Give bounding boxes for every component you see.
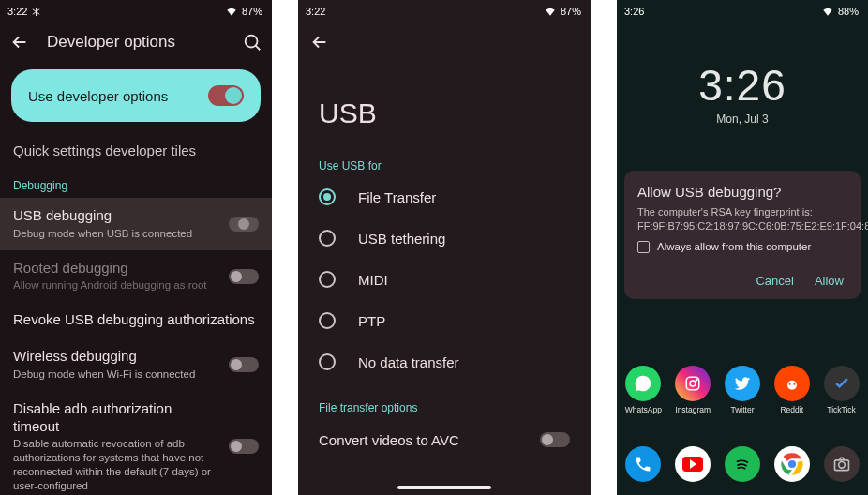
usb-option-file-transfer[interactable]: File Transfer	[319, 176, 570, 218]
page-title: Developer options	[47, 33, 225, 52]
app-whatsapp[interactable]: WhatsApp	[620, 366, 666, 414]
convert-videos-avc-item[interactable]: Convert videos to AVC	[319, 418, 570, 461]
app-twitter[interactable]: Twitter	[719, 366, 766, 414]
chip-label: Use developer options	[28, 88, 168, 104]
gesture-nav-bar[interactable]	[397, 486, 491, 489]
app-ticktick[interactable]: TickTick	[818, 366, 865, 414]
screen-lockscreen-dialog: 3:26 88% 3:26 Mon, Jul 3 Allow USB debug…	[617, 0, 868, 495]
usb-debugging-subtitle: Debug mode when USB is connected	[13, 227, 219, 241]
svg-point-11	[838, 462, 845, 469]
home-app-row-2	[617, 446, 868, 482]
snowflake-icon	[31, 7, 41, 17]
svg-point-2	[690, 381, 696, 386]
status-bar: 3:22 87%	[298, 0, 591, 22]
rooted-debugging-switch	[229, 269, 259, 284]
status-time: 3:22	[306, 6, 325, 17]
status-bar: 3:22 87%	[0, 0, 272, 22]
radio-icon	[319, 353, 336, 370]
app-reddit[interactable]: Reddit	[769, 366, 816, 414]
wireless-debugging-subtitle: Debug mode when Wi-Fi is connected	[13, 368, 219, 382]
status-time: 3:26	[624, 6, 644, 17]
radio-icon	[319, 271, 336, 288]
svg-point-0	[246, 36, 258, 48]
cancel-button[interactable]: Cancel	[756, 274, 793, 288]
app-youtube[interactable]	[669, 446, 716, 482]
status-time: 3:22	[7, 6, 27, 17]
radio-icon	[319, 312, 336, 329]
home-app-row-1: WhatsApp Instagram Twitter Reddit TickTi…	[617, 366, 868, 414]
dialog-message: The computer's RSA key fingerprint is: F…	[637, 205, 847, 233]
svg-point-6	[793, 383, 795, 385]
clock-time: 3:26	[617, 60, 868, 111]
status-battery: 87%	[242, 6, 262, 17]
file-transfer-options-label: File transfer options	[319, 382, 570, 418]
svg-point-4	[787, 381, 797, 390]
disable-adb-subtitle: Disable automatic revocation of adb auth…	[13, 437, 219, 493]
rooted-debugging-item: Rooted debugging Allow running Android d…	[0, 250, 272, 303]
clock-date: Mon, Jul 3	[617, 112, 868, 126]
page-title: USB	[298, 62, 591, 146]
screen-developer-options: 3:22 87% Developer options Use developer…	[0, 0, 272, 495]
screen-usb-preferences: 3:22 87% USB Use USB for File Transfer U…	[298, 0, 591, 495]
disable-adb-timeout-item[interactable]: Disable adb authorization timeout Disabl…	[0, 391, 272, 495]
usb-debugging-item[interactable]: USB debugging Debug mode when USB is con…	[0, 198, 272, 250]
usb-debugging-switch[interactable]	[229, 217, 259, 232]
revoke-authorizations-item[interactable]: Revoke USB debugging authorizations	[0, 302, 272, 338]
app-spotify[interactable]	[719, 446, 766, 482]
always-allow-checkbox-row[interactable]: Always allow from this computer	[637, 241, 847, 253]
app-phone[interactable]	[620, 446, 666, 482]
youtube-play-icon	[682, 457, 703, 472]
quick-settings-tiles-item[interactable]: Quick settings developer tiles	[0, 135, 272, 168]
rooted-debugging-title: Rooted debugging	[13, 260, 219, 278]
usb-option-ptp[interactable]: PTP	[319, 300, 570, 341]
app-instagram[interactable]: Instagram	[669, 366, 716, 414]
radio-icon	[319, 188, 336, 205]
back-icon[interactable]	[309, 32, 330, 52]
developer-options-toggle[interactable]	[208, 85, 244, 106]
app-bar	[298, 22, 591, 62]
rooted-debugging-subtitle: Allow running Android debugging as root	[13, 278, 219, 292]
debugging-section-label: Debugging	[0, 168, 272, 198]
wifi-icon	[225, 5, 238, 18]
checkbox-icon[interactable]	[637, 241, 650, 253]
app-camera[interactable]	[818, 446, 865, 482]
app-bar: Developer options	[0, 22, 272, 62]
wireless-debugging-title: Wireless debugging	[13, 348, 219, 366]
use-developer-options-chip[interactable]: Use developer options	[11, 69, 261, 122]
search-icon[interactable]	[242, 32, 262, 52]
app-chrome[interactable]	[769, 446, 816, 482]
wifi-icon	[821, 5, 834, 18]
disable-adb-title: Disable adb authorization timeout	[13, 400, 219, 436]
disable-adb-switch[interactable]	[229, 439, 259, 454]
usb-debugging-dialog: Allow USB debugging? The computer's RSA …	[624, 171, 861, 299]
usb-debugging-title: USB debugging	[13, 207, 219, 225]
allow-button[interactable]: Allow	[815, 274, 844, 288]
svg-point-5	[788, 383, 790, 385]
status-battery: 87%	[561, 6, 581, 17]
convert-videos-switch[interactable]	[540, 432, 570, 447]
dialog-title: Allow USB debugging?	[637, 184, 847, 200]
usb-option-midi[interactable]: MIDI	[319, 259, 570, 300]
wireless-debugging-item[interactable]: Wireless debugging Debug mode when Wi-Fi…	[0, 338, 272, 391]
status-battery: 88%	[838, 6, 859, 17]
back-icon[interactable]	[9, 32, 30, 52]
wifi-icon	[544, 5, 557, 18]
lockscreen-clock: 3:26 Mon, Jul 3	[617, 60, 868, 126]
radio-icon	[319, 230, 336, 247]
status-bar: 3:26 88%	[617, 0, 868, 22]
usb-option-tethering[interactable]: USB tethering	[319, 218, 570, 259]
svg-point-3	[696, 379, 698, 381]
usb-option-no-data[interactable]: No data transfer	[319, 341, 570, 382]
use-usb-for-label: Use USB for	[319, 146, 570, 176]
wireless-debugging-switch[interactable]	[229, 357, 259, 372]
